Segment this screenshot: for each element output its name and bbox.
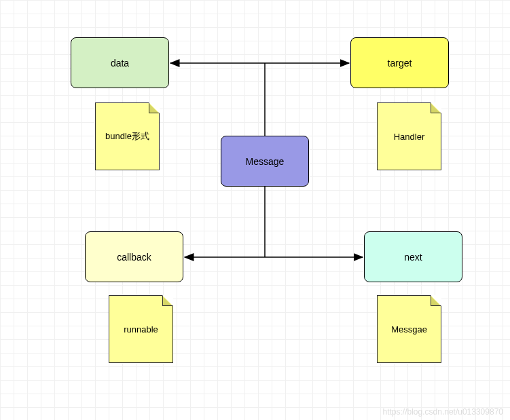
message-label: Message (246, 156, 285, 167)
note-runnable: runnable (109, 295, 173, 363)
next-box: next (364, 231, 462, 282)
data-box: data (71, 37, 169, 88)
note-messgae: Messgae (377, 295, 441, 363)
note-bundle: bundle形式 (95, 102, 160, 170)
note-bundle-label: bundle形式 (105, 130, 149, 142)
note-handler: Handler (377, 102, 441, 170)
note-handler-label: Handler (394, 132, 425, 142)
callback-box: callback (85, 231, 183, 282)
callback-label: callback (117, 252, 151, 263)
note-runnable-label: runnable (124, 324, 158, 335)
next-label: next (404, 252, 422, 263)
note-messgae-label: Messgae (391, 324, 427, 335)
data-label: data (111, 58, 129, 69)
message-box: Message (221, 136, 309, 187)
watermark: https://blog.csdn.net/u013309870 (383, 407, 503, 417)
target-label: target (388, 58, 412, 69)
target-box: target (350, 37, 449, 88)
